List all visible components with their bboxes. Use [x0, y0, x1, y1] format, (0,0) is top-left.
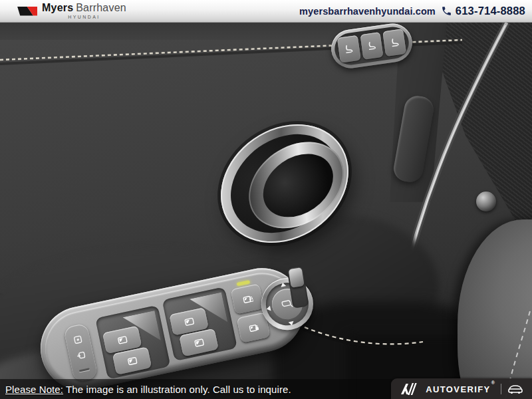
- fuel-charge-door-button: [63, 323, 98, 383]
- window-switch-module-rear: [162, 287, 237, 361]
- window-switch-module-front: [95, 305, 170, 380]
- window-icon: [193, 337, 204, 348]
- disclaimer-text: Please Note: The image is an illustratio…: [5, 384, 291, 395]
- dealer-contact: myersbarrhavenhyundai.com 613-714-8888: [299, 5, 525, 17]
- seat-memory-1-button: [360, 32, 384, 60]
- window-icon: [183, 317, 194, 327]
- autoverify-badge[interactable]: AUTOVERIFY®: [391, 378, 532, 399]
- window-lock-icon: [241, 294, 253, 305]
- phone-link[interactable]: 613-714-8888: [441, 5, 525, 17]
- screen: Myers Barrhaven HYUNDAI myersbarrhavenhy…: [0, 0, 532, 399]
- door-lock-icon: [247, 323, 259, 333]
- fuel-door-icon: [72, 334, 84, 345]
- seat-icon: [388, 37, 400, 49]
- seat-recline-knob: [476, 192, 496, 211]
- dealer-header: Myers Barrhaven HYUNDAI myersbarrhavenhy…: [0, 0, 532, 23]
- disclaimer-label: Please Note:: [5, 384, 63, 395]
- phone-icon: [441, 5, 452, 17]
- dealer-brand: HYUNDAI: [42, 15, 126, 19]
- phone-number: 613-714-8888: [456, 5, 525, 17]
- autoverify-logo-icon: [400, 382, 420, 396]
- window-icon: [126, 356, 138, 366]
- seat-memory-pod-face: [332, 25, 411, 66]
- steering-wheel-rim: [458, 219, 532, 399]
- seat-icon: [343, 43, 355, 55]
- dealer-wordmark: Myers Barrhaven HYUNDAI: [42, 3, 126, 19]
- myers-flag-icon: [17, 7, 37, 16]
- badge-divider: [501, 384, 501, 394]
- dealer-name: Myers: [42, 3, 73, 13]
- dealer-logo[interactable]: Myers Barrhaven HYUNDAI: [17, 3, 126, 19]
- autoverify-label: AUTOVERIFY®: [426, 383, 495, 395]
- website-link[interactable]: myersbarrhavenhyundai.com: [299, 6, 436, 17]
- seat-memory-2-button: [383, 29, 407, 57]
- window-lock-button: [231, 283, 265, 314]
- mirror-arrow-down-icon: [289, 321, 295, 327]
- mirror-fold-knob: [289, 267, 305, 288]
- disclaimer-body: The image is an illustration only. Call …: [66, 384, 291, 395]
- dealer-location: Barrhaven: [76, 3, 126, 13]
- car-icon: [507, 384, 523, 394]
- vehicle-photo-door-panel: [0, 23, 532, 399]
- charge-port-icon: [76, 350, 87, 361]
- seat-icon: [366, 40, 378, 52]
- window-icon: [116, 334, 128, 345]
- seat-memory-set-button: [337, 35, 361, 63]
